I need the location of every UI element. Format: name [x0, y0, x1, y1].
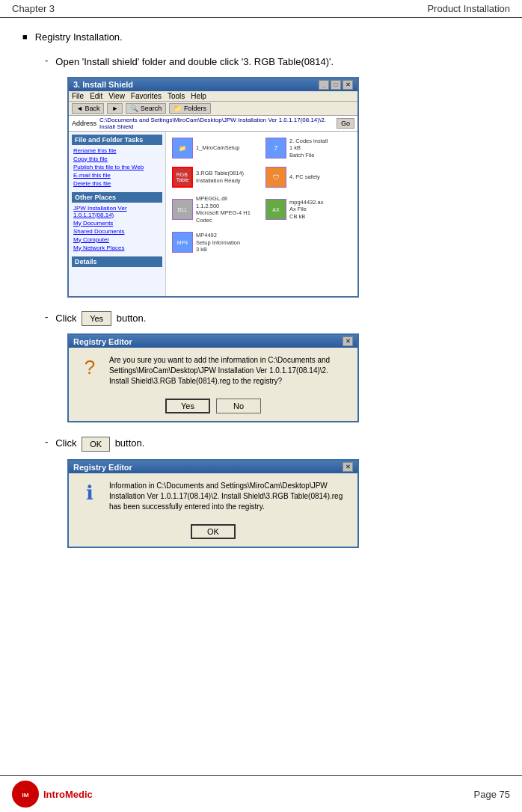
reg-close-btn-1[interactable]: ✕: [343, 336, 353, 346]
close-btn[interactable]: ✕: [343, 80, 353, 90]
win-menubar: File Edit View Favorites Tools Help: [69, 91, 357, 102]
sidebar-rename[interactable]: Rename this file: [72, 147, 162, 155]
yes-btn[interactable]: Yes: [165, 399, 210, 413]
file-info-mp4492: MP4492Setup Information3 kB: [196, 232, 240, 253]
back-btn[interactable]: ◄ Back: [72, 103, 104, 114]
sidebar-mydocs[interactable]: My Documents: [72, 219, 162, 227]
step-1: - Open 'Install shield' folder and doubl…: [45, 55, 500, 298]
registry-dialog-1: Registry Editor ✕ ? Are you sure you wan…: [67, 333, 359, 422]
go-btn[interactable]: Go: [337, 118, 354, 129]
step-3-desc: Click OK button.: [55, 436, 144, 452]
address-label: Address: [72, 120, 96, 127]
logo-svg: IM: [12, 781, 39, 808]
sidebar-publish[interactable]: Publish this file to the Web: [72, 163, 162, 171]
win-body: File and Folder Tasks Rename this file C…: [69, 132, 357, 296]
reg-buttons-1: Yes No: [69, 394, 357, 421]
sidebar-section-file: File and Folder Tasks: [72, 135, 162, 145]
file-info-mpg: mpg44432.axAx FileCB kB: [289, 199, 323, 221]
yes-button-img: Yes: [82, 311, 111, 327]
file-item-mpeggl: DLL MPEGGL.dll1.1.2.500Microsoft MPEG-4 …: [171, 194, 260, 226]
reg-title-btns-1: ✕: [343, 336, 353, 346]
sidebar-shareddocs[interactable]: Shared Documents: [72, 227, 162, 236]
win-sidebar: File and Folder Tasks Rename this file C…: [69, 132, 166, 296]
file-icon-pcsafety: 🛡: [265, 167, 286, 188]
search-btn[interactable]: 🔍 Search: [126, 103, 166, 114]
file-item-codex: 7 2. Codes install1 kBBatch File: [264, 136, 353, 161]
section-label: Product Installation: [427, 3, 510, 14]
logo-text: IntroMedic: [43, 789, 93, 800]
file-icon-mirosetup: 📁: [172, 138, 193, 159]
sidebar-mycomputer[interactable]: My Computer: [72, 236, 162, 244]
file-item-mp4492: MP4 MP4492Setup Information3 kB: [171, 230, 260, 255]
reg-titlebar-2: Registry Editor ✕: [69, 461, 357, 473]
sidebar-email[interactable]: E-mail this file: [72, 171, 162, 179]
step-1-text: - Open 'Install shield' folder and doubl…: [45, 55, 500, 70]
sidebar-copy[interactable]: Copy this file: [72, 155, 162, 163]
step-1-dash: -: [45, 55, 48, 66]
menu-file[interactable]: File: [72, 92, 84, 100]
no-btn[interactable]: No: [216, 399, 261, 413]
sidebar-section-details: Details: [72, 256, 162, 267]
reg-close-btn-2[interactable]: ✕: [343, 462, 353, 472]
file-info-codex: 2. Codes install1 kBBatch File: [289, 138, 328, 159]
address-value: C:\Documents and Settings\MiroCam\Deskto…: [99, 117, 334, 130]
step-2-desc: Click Yes button.: [55, 311, 146, 327]
main-content: ■ Registry Installation. - Open 'Install…: [0, 24, 522, 606]
step-1-desc: Open 'Install shield' folder and double …: [55, 55, 334, 70]
sidebar-jpw[interactable]: JPW Installation Ver 1.0.1.17(08.14): [72, 204, 162, 219]
file-icon-rgb: RGBTable: [172, 167, 193, 188]
file-icon-mpg: AX: [265, 199, 286, 220]
file-icon-mp4492: MP4: [172, 232, 193, 253]
win-title: 3. Install Shield: [73, 80, 133, 89]
file-info-mirosetup: 1_MiroCamSetup: [196, 144, 239, 152]
win-title-buttons: _ □ ✕: [319, 80, 353, 90]
info-icon: ℹ: [78, 481, 102, 505]
reg-body-2: ℹ Information in C:\Documents and Settin…: [69, 473, 357, 520]
ok-btn[interactable]: OK: [191, 524, 236, 539]
reg-titlebar-1: Registry Editor ✕: [69, 335, 357, 348]
sidebar-mynetwork[interactable]: My Network Places: [72, 244, 162, 252]
page-header: Chapter 3 Product Installation: [0, 0, 522, 18]
file-info-mpeggl: MPEGGL.dll1.1.2.500Microsoft MPEG-4 H1 C…: [196, 195, 258, 224]
menu-favorites[interactable]: Favorites: [131, 92, 162, 100]
menu-edit[interactable]: Edit: [90, 92, 102, 100]
minimize-btn[interactable]: _: [319, 80, 329, 90]
sidebar-delete[interactable]: Delete this file: [72, 179, 162, 188]
menu-view[interactable]: View: [108, 92, 125, 100]
sidebar-section-places: Other Places: [72, 192, 162, 203]
win-toolbar: ◄ Back ► 🔍 Search 📁 Folders: [69, 102, 357, 116]
step-2: - Click Yes button. Registry Editor ✕ ? …: [45, 311, 500, 423]
chapter-label: Chapter 3: [12, 3, 55, 14]
registry-dialog-2: Registry Editor ✕ ℹ Information in C:\Do…: [67, 459, 359, 548]
svg-text:IM: IM: [22, 792, 29, 799]
forward-btn[interactable]: ►: [107, 103, 123, 114]
file-icon-codex: 7: [265, 138, 286, 159]
bullet-label: Registry Installation.: [35, 31, 123, 43]
reg-body-1: ? Are you sure you want to add the infor…: [69, 348, 357, 394]
win-titlebar: 3. Install Shield _ □ ✕: [69, 79, 357, 91]
folders-btn[interactable]: 📁 Folders: [169, 103, 211, 114]
file-item-mpg: AX mpg44432.axAx FileCB kB: [264, 194, 353, 226]
page-footer: IM IntroMedic Page 75: [0, 775, 522, 812]
menu-help[interactable]: Help: [191, 92, 206, 100]
step-3: - Click OK button. Registry Editor ✕ ℹ I…: [45, 436, 500, 548]
file-item-mirosetup: 📁 1_MiroCamSetup: [171, 136, 260, 161]
maximize-btn[interactable]: □: [331, 80, 341, 90]
logo-icon: IM: [12, 781, 39, 808]
step-2-text: - Click Yes button.: [45, 311, 500, 327]
bullet-icon: ■: [22, 32, 28, 41]
ok-button-img: OK: [82, 437, 110, 452]
file-item-rgb: RGBTable 3.RGB Table(0814)Installation R…: [171, 165, 260, 189]
file-info-pcsafety: 4. PC safety: [289, 173, 320, 181]
question-icon: ?: [78, 355, 102, 379]
menu-tools[interactable]: Tools: [168, 92, 185, 100]
step-2-dash: -: [45, 311, 48, 322]
file-info-rgb: 3.RGB Table(0814)Installation Ready: [196, 170, 244, 185]
step-3-dash: -: [45, 436, 48, 447]
reg-message-2: Information in C:\Documents and Settings…: [109, 481, 348, 512]
win-main-content: 📁 1_MiroCamSetup 7 2. Codes install1 kBB…: [166, 132, 357, 296]
reg-title-1: Registry Editor: [73, 337, 132, 346]
page-number: Page 75: [474, 789, 510, 800]
reg-buttons-2: OK: [69, 520, 357, 547]
file-item-pcsafety: 🛡 4. PC safety: [264, 165, 353, 189]
